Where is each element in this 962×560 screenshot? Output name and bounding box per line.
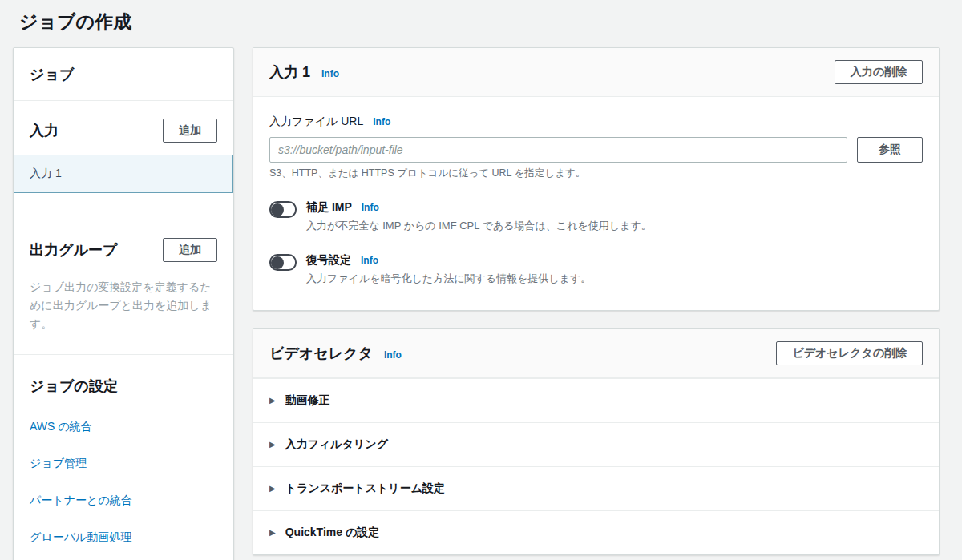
accordion-label: トランスポートストリーム設定 <box>285 481 445 496</box>
toggle-knob <box>271 203 284 216</box>
output-group-description: ジョブ出力の変換設定を定義するために出力グループと出力を追加します。 <box>14 262 233 354</box>
delete-input-button[interactable]: 入力の削除 <box>835 60 923 84</box>
info-link[interactable]: Info <box>373 116 390 127</box>
sidebar-item-input-1[interactable]: 入力 1 <box>14 155 233 193</box>
decryption-settings-toggle-row: 復号設定 Info 入力ファイルを暗号化した方法に関する情報を提供します。 <box>269 253 923 286</box>
accordion-transport-stream-settings[interactable]: ▶ トランスポートストリーム設定 <box>253 466 939 510</box>
input-section-header: 入力 追加 <box>14 101 233 143</box>
page-title: ジョブの作成 <box>0 0 962 47</box>
info-link[interactable]: Info <box>362 202 379 213</box>
supplemental-imp-text: 補足 IMP Info 入力が不完全な IMP からの IMF CPL である場… <box>306 200 652 233</box>
supplemental-imp-label: 補足 IMP <box>306 200 352 215</box>
output-group-label: 出力グループ <box>30 240 117 260</box>
output-group-section-header: 出力グループ 追加 <box>14 220 233 262</box>
sidebar-link-job-management[interactable]: ジョブ管理 <box>30 457 217 471</box>
accordion-quicktime-settings[interactable]: ▶ QuickTime の設定 <box>253 510 939 554</box>
expand-arrow-icon: ▶ <box>269 529 276 537</box>
main-column: 入力 1 Info 入力の削除 入力ファイル URL Info 参照 S3、HT… <box>253 47 940 555</box>
input-1-panel-header: 入力 1 Info 入力の削除 <box>253 48 939 97</box>
input-file-url-row: 参照 <box>269 137 923 163</box>
sidebar-title: ジョブ <box>14 48 233 101</box>
video-selector-title-group: ビデオセレクタ Info <box>269 344 402 363</box>
video-selector-panel-title: ビデオセレクタ <box>269 344 373 363</box>
add-output-group-button[interactable]: 追加 <box>163 238 217 262</box>
job-settings-section: ジョブの設定 AWS の統合 ジョブ管理 パートナーとの統合 グローバル動画処理 <box>14 355 233 560</box>
delete-video-selector-button[interactable]: ビデオセレクタの削除 <box>776 341 923 365</box>
sidebar-link-aws-integration[interactable]: AWS の統合 <box>30 420 217 434</box>
input-1-panel-title: 入力 1 <box>269 62 310 82</box>
video-selector-panel-header: ビデオセレクタ Info ビデオセレクタの削除 <box>253 329 939 378</box>
accordion-video-correction[interactable]: ▶ 動画修正 <box>253 378 939 422</box>
accordion-input-filtering[interactable]: ▶ 入力フィルタリング <box>253 422 939 466</box>
job-settings-label: ジョブの設定 <box>30 378 118 394</box>
supplemental-imp-description: 入力が不完全な IMP からの IMF CPL である場合は、これを使用します。 <box>306 219 652 233</box>
input-file-url-label-row: 入力ファイル URL Info <box>269 115 923 129</box>
supplemental-imp-toggle[interactable] <box>269 201 297 218</box>
video-selector-panel: ビデオセレクタ Info ビデオセレクタの削除 ▶ 動画修正 ▶ 入力フィルタリ… <box>253 328 940 555</box>
accordion-label: 動画修正 <box>285 393 330 408</box>
decryption-settings-toggle[interactable] <box>269 254 297 271</box>
decryption-settings-label: 復号設定 <box>306 253 351 268</box>
content-area: ジョブ 入力 追加 入力 1 出力グループ 追加 ジョブ出力の変換設定を定義する… <box>0 47 962 560</box>
accordion-label: QuickTime の設定 <box>285 526 380 540</box>
expand-arrow-icon: ▶ <box>269 397 276 405</box>
accordion-label: 入力フィルタリング <box>285 437 388 452</box>
expand-arrow-icon: ▶ <box>269 485 276 493</box>
input-file-url-field[interactable] <box>269 137 847 163</box>
sidebar-link-partner-integration[interactable]: パートナーとの統合 <box>30 494 217 508</box>
toggle-knob <box>271 256 284 269</box>
input-file-url-helper: S3、HTTP、または HTTPS プロトコルに従って URL を指定します。 <box>269 167 923 180</box>
info-link[interactable]: Info <box>384 349 402 361</box>
decryption-settings-text: 復号設定 Info 入力ファイルを暗号化した方法に関する情報を提供します。 <box>306 253 591 286</box>
input-file-url-label: 入力ファイル URL <box>269 115 363 129</box>
job-sidebar: ジョブ 入力 追加 入力 1 出力グループ 追加 ジョブ出力の変換設定を定義する… <box>13 47 234 560</box>
add-input-button[interactable]: 追加 <box>163 119 217 143</box>
decryption-settings-description: 入力ファイルを暗号化した方法に関する情報を提供します。 <box>306 272 591 286</box>
expand-arrow-icon: ▶ <box>269 441 276 449</box>
job-settings-links: AWS の統合 ジョブ管理 パートナーとの統合 グローバル動画処理 <box>30 420 217 545</box>
input-1-title-group: 入力 1 Info <box>269 62 339 82</box>
sidebar-link-global-video-processing[interactable]: グローバル動画処理 <box>30 530 217 545</box>
supplemental-imp-toggle-row: 補足 IMP Info 入力が不完全な IMP からの IMF CPL である場… <box>269 200 923 233</box>
info-link[interactable]: Info <box>321 68 339 79</box>
input-1-panel: 入力 1 Info 入力の削除 入力ファイル URL Info 参照 S3、HT… <box>253 47 940 311</box>
browse-button[interactable]: 参照 <box>857 137 923 163</box>
input-1-panel-body: 入力ファイル URL Info 参照 S3、HTTP、または HTTPS プロト… <box>253 97 939 310</box>
info-link[interactable]: Info <box>361 255 378 266</box>
input-section-label: 入力 <box>30 121 59 140</box>
